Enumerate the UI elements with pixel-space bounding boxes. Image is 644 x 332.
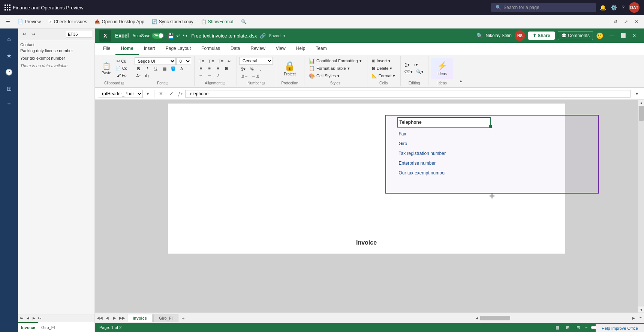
- merge-btn[interactable]: ⊞: [223, 65, 231, 72]
- clear-btn[interactable]: ⌫▾: [403, 69, 414, 75]
- conditional-formatting-btn[interactable]: 📊 Conditional Formatting ▾: [307, 57, 364, 64]
- copy-btn[interactable]: 📄 Co: [114, 65, 129, 72]
- excel-minimize-btn[interactable]: —: [607, 30, 617, 41]
- more-options-btn[interactable]: ⋯: [638, 315, 643, 320]
- sheet-scroll-left-btn[interactable]: ◀: [474, 315, 479, 321]
- save-icon[interactable]: 💾: [168, 33, 174, 39]
- giro-tab[interactable]: Giro_FI: [38, 322, 58, 332]
- formula-confirm-btn[interactable]: ✓: [167, 90, 175, 98]
- find-btn[interactable]: 🔍▾: [415, 69, 425, 75]
- comments-btn[interactable]: 💬 Comments: [558, 31, 593, 40]
- scroll-down-btn[interactable]: ▼: [638, 306, 644, 312]
- fill-btn[interactable]: 🪣: [169, 65, 177, 72]
- wrap-text-btn[interactable]: ↵: [225, 58, 234, 65]
- sheet-nav-next[interactable]: ▶: [31, 315, 37, 321]
- sheet-nav-next-btn[interactable]: ▶: [111, 315, 118, 321]
- ideas-btn[interactable]: ⚡ Ideas: [431, 58, 453, 79]
- increase-decimal-btn[interactable]: .0→: [239, 73, 250, 80]
- indent-dec-btn[interactable]: ←: [197, 72, 205, 79]
- underline-btn[interactable]: U: [152, 65, 160, 72]
- align-left-btn[interactable]: ≡: [197, 65, 205, 72]
- paste-btn[interactable]: 📋 Paste: [99, 58, 114, 79]
- delete-cells-btn[interactable]: ⊟ Delete ▾: [370, 65, 398, 72]
- formula-input[interactable]: Telephone: [185, 90, 631, 98]
- scroll-up-btn[interactable]: ▲: [638, 100, 644, 106]
- tab-home[interactable]: Home: [115, 43, 138, 55]
- giro-cell[interactable]: Giro: [399, 141, 407, 146]
- excel-close-btn[interactable]: ✕: [629, 30, 640, 41]
- indent-inc-btn[interactable]: →: [205, 72, 214, 79]
- undo-icon[interactable]: ↩: [176, 33, 181, 39]
- sheet-nav-right-btn[interactable]: ▶▶: [119, 315, 126, 321]
- orientation-btn[interactable]: ↗: [214, 72, 222, 79]
- alignment-expand-icon[interactable]: ⊡: [222, 81, 225, 85]
- autosave-toggle[interactable]: On: [152, 33, 164, 39]
- decrease-decimal-btn[interactable]: ←.0: [250, 73, 261, 80]
- font-color-btn[interactable]: A: [178, 65, 186, 72]
- sidebar-recent-icon[interactable]: 🕐: [1, 65, 16, 80]
- tab-review[interactable]: Review: [245, 43, 270, 55]
- decrease-font-btn[interactable]: A↓: [143, 72, 151, 79]
- sidebar-list-icon[interactable]: ≡: [1, 98, 16, 113]
- sheet-nav-prev[interactable]: ◀: [25, 315, 31, 321]
- vertical-scrollbar[interactable]: ▲ ▼: [638, 100, 644, 312]
- protect-btn[interactable]: 🔒 Protect: [279, 58, 301, 79]
- font-name-select[interactable]: Segoe UI: [135, 57, 176, 65]
- formula-cancel-btn[interactable]: ✕: [157, 90, 165, 98]
- close-btn[interactable]: ✕: [632, 17, 641, 26]
- tab-formulas[interactable]: Formulas: [196, 43, 225, 55]
- clipboard-expand-icon[interactable]: ⊡: [121, 81, 124, 85]
- number-format-select[interactable]: General: [239, 57, 273, 65]
- page-break-view-btn[interactable]: ⊟: [575, 324, 582, 331]
- tab-file[interactable]: File: [98, 43, 115, 55]
- name-box[interactable]: rptHeader_Phone: [98, 90, 143, 98]
- sheet-nav-left-btn[interactable]: ◀◀: [96, 315, 103, 321]
- format-painter-btn[interactable]: 🖌 Fo: [114, 72, 129, 79]
- help-icon[interactable]: ?: [622, 5, 625, 11]
- share-btn[interactable]: ⬆ Share: [528, 32, 555, 40]
- enterprise-cell[interactable]: Enterprise number: [399, 161, 436, 166]
- show-format-btn[interactable]: 📋 ShowFormat: [198, 18, 237, 26]
- scroll-thumb[interactable]: [639, 106, 644, 121]
- settings-icon[interactable]: ⚙️: [611, 5, 617, 11]
- emoji-icon[interactable]: 🙂: [596, 32, 604, 39]
- italic-btn[interactable]: I: [143, 65, 151, 72]
- undo-btn[interactable]: ↩: [20, 30, 28, 38]
- cell-resize-handle[interactable]: [489, 125, 492, 128]
- sidebar-home-icon[interactable]: ⌂: [1, 32, 16, 47]
- sheet-scroll-right-btn[interactable]: ▶: [631, 315, 636, 321]
- h-scroll-thumb[interactable]: [480, 316, 510, 320]
- cell-ref-input[interactable]: [66, 31, 92, 38]
- open-desktop-btn[interactable]: 📤 Open in Desktop App: [91, 18, 147, 26]
- font-size-select[interactable]: 8: [176, 57, 191, 65]
- cut-btn[interactable]: ✂ Cu: [114, 58, 129, 65]
- redo-btn[interactable]: ↪: [29, 30, 37, 38]
- sync-btn[interactable]: 🔄 Sync stored copy: [149, 18, 196, 26]
- sidebar-toggle-btn[interactable]: ☰: [3, 18, 13, 26]
- align-top-right-btn[interactable]: ⊤≡: [216, 58, 225, 65]
- align-right-btn[interactable]: ≡: [214, 65, 222, 72]
- tab-view[interactable]: View: [271, 43, 291, 55]
- increase-font-btn[interactable]: A↑: [135, 72, 143, 79]
- refresh-btn[interactable]: ↺: [611, 17, 620, 26]
- format-cells-btn[interactable]: 📐 Format ▾: [370, 72, 398, 79]
- excel-restore-btn[interactable]: ⬜: [618, 30, 628, 41]
- align-center-btn[interactable]: ≡: [205, 65, 214, 72]
- help-improve-link[interactable]: Help Improve Office: [596, 324, 644, 332]
- redo-icon[interactable]: ↪: [183, 33, 187, 39]
- comma-btn[interactable]: ,: [256, 66, 265, 72]
- font-expand-icon[interactable]: ⊡: [165, 81, 168, 85]
- sheet-nav-first[interactable]: ⏮: [19, 315, 25, 321]
- user-avatar[interactable]: DAT: [629, 2, 640, 13]
- normal-view-btn[interactable]: ▦: [554, 324, 561, 331]
- sidebar-star-icon[interactable]: ★: [1, 48, 16, 63]
- tab-insert[interactable]: Insert: [139, 43, 160, 55]
- currency-btn[interactable]: $▾: [239, 66, 247, 72]
- tax-exempt-cell[interactable]: Our tax exempt number: [399, 170, 446, 176]
- sheet-tab-invoice[interactable]: Invoice: [127, 314, 153, 322]
- sheet-nav-last[interactable]: ⏭: [37, 315, 43, 321]
- insert-cells-btn[interactable]: ⊞ Insert ▾: [370, 57, 398, 64]
- tab-help[interactable]: Help: [291, 43, 311, 55]
- telephone-cell[interactable]: Telephone: [397, 117, 491, 128]
- invoice-tab[interactable]: Invoice: [18, 322, 38, 332]
